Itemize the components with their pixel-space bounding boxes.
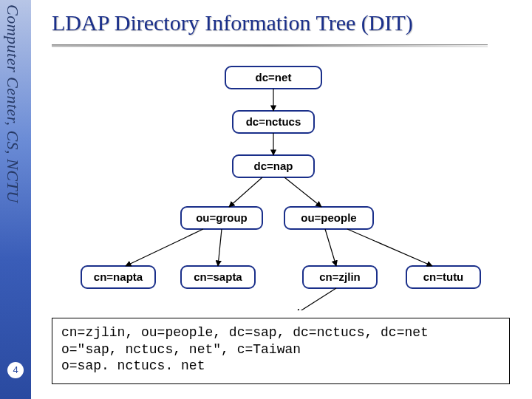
node-cn-sapta: cn=sapta [181,266,255,288]
node-cn-zjlin: cn=zjlin [303,266,377,288]
node-label: dc=net [256,71,292,83]
edge [126,229,203,266]
sidebar-label: Computer Center, CS, NCTU [3,4,22,203]
node-label: dc=nap [254,160,293,172]
title-underline [52,44,488,47]
node-label: cn=tutu [423,270,464,283]
page-number: 4 [7,362,24,378]
node-label: ou=group [196,211,248,224]
edge [284,177,321,207]
edge [218,229,222,266]
slide: Computer Center, CS, NCTU 4 LDAP Directo… [0,0,532,399]
node-dc-net: dc=net [225,66,321,89]
node-cn-napta: cn=napta [81,266,155,288]
edge [325,229,336,266]
edge [347,229,432,266]
dn-example-box: cn=zjlin, ou=people, dc=sap, dc=nctucs, … [52,318,510,384]
sidebar: Computer Center, CS, NCTU 4 [0,0,31,399]
dn-line-2: o="sap, nctucs, net", c=Taiwan [61,342,301,357]
node-dc-nctucs: dc=nctucs [233,111,314,133]
dn-line-1: cn=zjlin, ou=people, dc=sap, dc=nctucs, … [61,325,429,340]
node-label: cn=napta [94,270,143,283]
dit-diagram: dc=net dc=nctucs dc=nap ou=group ou=peop… [37,59,510,310]
node-label: dc=nctucs [246,115,301,128]
edge-to-dn [296,288,336,310]
node-label: ou=people [301,211,356,224]
node-ou-group: ou=group [181,207,262,229]
node-label: cn=sapta [194,270,242,283]
node-cn-tutu: cn=tutu [406,266,480,288]
node-label: cn=zjlin [319,270,360,283]
node-dc-nap: dc=nap [233,155,314,177]
slide-title: LDAP Directory Information Tree (DIT) [52,10,413,35]
dn-line-3: o=sap. nctucs. net [61,358,205,373]
edge [229,177,262,207]
node-ou-people: ou=people [284,207,373,229]
